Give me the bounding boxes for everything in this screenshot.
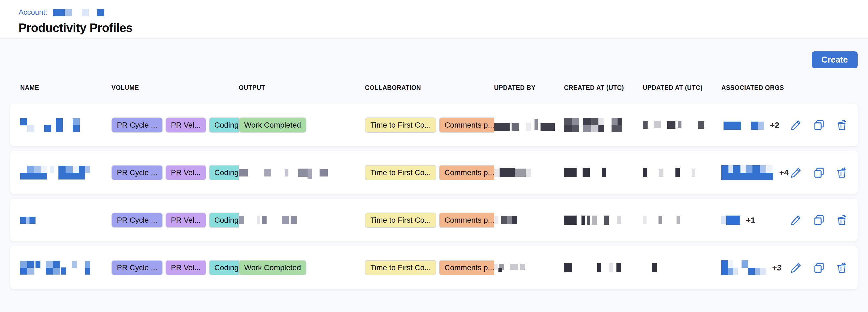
tag-badge: Time to First Co... [365, 165, 436, 180]
redaction-block [752, 165, 760, 180]
redaction-block [652, 263, 657, 272]
duplicate-button[interactable] [812, 261, 825, 274]
redaction-block [30, 217, 35, 224]
column-header-name: NAME [20, 84, 112, 92]
column-header-collaboration: COLLABORATION [365, 84, 494, 92]
redaction-block [494, 123, 510, 131]
trash-icon [836, 214, 848, 226]
create-button[interactable]: Create [812, 51, 858, 68]
tag-badge: PR Vel... [165, 165, 206, 180]
redaction-block [510, 263, 518, 270]
updated-at-redacted [643, 121, 704, 129]
created-at-cell [564, 168, 643, 177]
delete-button[interactable] [836, 166, 848, 179]
redaction-block [602, 168, 606, 177]
redaction-block [609, 263, 613, 272]
edit-button[interactable] [789, 119, 802, 131]
updated-at-redacted [643, 263, 657, 272]
trash-icon [836, 262, 848, 274]
updated-by-redacted [494, 263, 525, 272]
redaction-block [583, 118, 591, 132]
redaction-block [512, 216, 517, 224]
redaction-block [755, 260, 760, 275]
redaction-block [73, 118, 80, 132]
redaction-block [290, 216, 297, 224]
output-cell [239, 216, 365, 224]
redaction-block [742, 260, 748, 275]
redaction-block [766, 165, 773, 180]
created-at-redacted [564, 216, 621, 225]
row-actions [789, 119, 848, 131]
edit-button[interactable] [789, 261, 802, 274]
duplicate-button[interactable] [812, 119, 825, 131]
redaction-block [50, 166, 54, 173]
profile-name-cell [20, 217, 112, 224]
updated-at-cell [643, 263, 721, 272]
volume-badges-cell: PR Cycle ...PR Vel...Coding ... [112, 118, 239, 133]
redaction-block [41, 166, 47, 180]
column-header-updated-at: UPDATED AT (UTC) [643, 84, 721, 92]
redaction-block [494, 263, 498, 270]
pencil-icon [790, 119, 802, 131]
trash-icon [836, 167, 848, 179]
output-cell [239, 166, 365, 179]
redaction-block [592, 216, 597, 225]
redaction-block [723, 122, 741, 130]
profile-name-cell [20, 166, 112, 180]
redaction-block [676, 168, 680, 177]
redaction-block [27, 166, 34, 180]
duplicate-button[interactable] [812, 166, 825, 179]
tag-badge: Time to First Co... [365, 260, 436, 275]
tag-badge: Comments p... [439, 213, 494, 228]
redaction-block [282, 216, 289, 224]
redaction-block [65, 9, 72, 16]
redaction-block [643, 168, 647, 177]
redaction-block [97, 9, 104, 16]
redaction-block [721, 165, 728, 180]
associated-orgs-redacted [721, 121, 764, 129]
redaction-block [46, 261, 53, 275]
redaction-block [498, 268, 502, 272]
redaction-block [677, 216, 680, 224]
delete-button[interactable] [836, 214, 848, 226]
redaction-block [733, 165, 740, 180]
created-at-cell [564, 118, 643, 132]
redaction-block [85, 166, 90, 173]
redaction-block [58, 166, 66, 180]
redaction-block [85, 261, 90, 275]
redaction-block [61, 268, 66, 275]
redaction-block [35, 261, 40, 268]
row-actions [789, 261, 848, 274]
redaction-block [616, 263, 621, 272]
duplicate-button[interactable] [812, 214, 825, 226]
redaction-block [654, 121, 661, 128]
column-header-updated-by: UPDATED BY [494, 84, 564, 92]
redaction-block [598, 118, 604, 132]
edit-button[interactable] [789, 166, 802, 179]
redaction-block [746, 165, 752, 180]
redaction-block [728, 165, 733, 180]
redaction-block [760, 260, 766, 275]
redaction-block [27, 125, 34, 132]
redaction-block [298, 168, 308, 177]
redaction-block [79, 166, 85, 180]
collaboration-badges-cell: Time to First Co...Comments p... [365, 260, 494, 275]
tag-badge: PR Vel... [165, 118, 206, 133]
delete-button[interactable] [836, 119, 848, 131]
redaction-block [572, 118, 579, 132]
column-header-output: OUTPUT [239, 84, 365, 92]
redaction-block [27, 261, 34, 275]
redaction-block [319, 169, 328, 177]
delete-button[interactable] [836, 261, 848, 274]
redaction-block [520, 263, 525, 270]
redaction-block [515, 168, 526, 177]
account-label[interactable]: Account: [19, 8, 47, 17]
updated-at-cell [643, 168, 721, 177]
tag-badge: Comments p... [439, 165, 494, 180]
updated-at-cell [643, 216, 721, 224]
edit-button[interactable] [789, 214, 802, 226]
redaction-block [740, 165, 746, 180]
created-at-redacted [564, 118, 622, 132]
associated-orgs-cell: +4 [721, 165, 789, 180]
table-body: PR Cycle ...PR Vel...Coding ... Work Com… [10, 103, 858, 289]
